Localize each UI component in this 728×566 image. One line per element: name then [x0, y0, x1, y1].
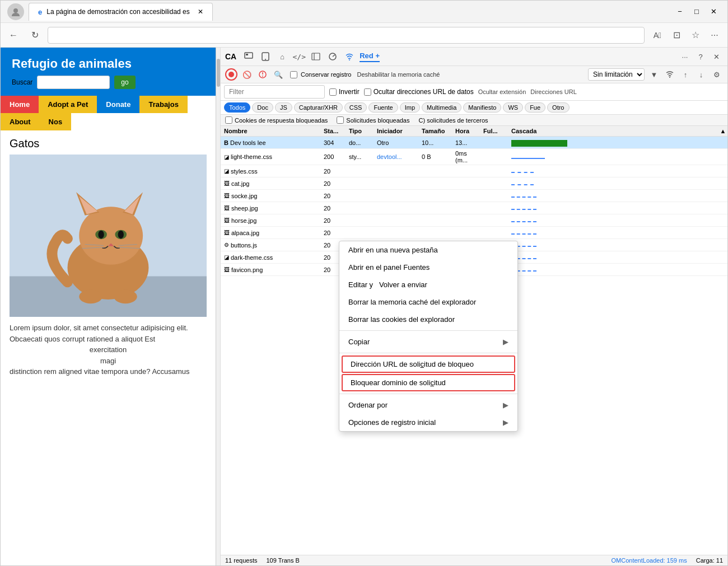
active-tab[interactable]: e La página de demostración con accesibi… [29, 3, 213, 21]
record-button[interactable] [225, 68, 237, 81]
clear-button[interactable]: 🚫 [241, 68, 253, 81]
ctx-open-new-tab[interactable]: Abrir en una nueva pestaña [339, 241, 517, 259]
ctx-block-domain-inner: Bloquear dominio de solicitud [343, 375, 514, 390]
row-name: socke.jpg [231, 193, 257, 199]
invert-checkbox[interactable] [329, 88, 337, 96]
tab-fue[interactable]: Fue [525, 102, 545, 113]
wifi-icon[interactable] [343, 50, 356, 63]
tab-multimedia[interactable]: Multimedia [422, 102, 461, 113]
device-icon[interactable] [259, 50, 272, 63]
inspect-icon[interactable] [242, 50, 255, 63]
upload-icon[interactable]: ↑ [679, 68, 692, 81]
devtools-toolbar: CA ⌂ </> Red + [221, 48, 727, 66]
tab-close-icon[interactable]: ✕ [198, 8, 203, 16]
performance-icon[interactable] [326, 50, 339, 63]
page-title: Refugio de animales [12, 57, 204, 71]
search-button[interactable]: 🔍 [272, 68, 284, 81]
help-button[interactable]: ? [694, 50, 707, 63]
tab-capturar[interactable]: Capturar/XHR [294, 102, 343, 113]
col-header-status[interactable]: Sta... [321, 128, 347, 134]
tab-doc[interactable]: Doc [252, 102, 273, 113]
sort-icon[interactable]: ▲ [718, 128, 727, 134]
solicitudes-checkbox[interactable] [337, 116, 344, 124]
col-header-size[interactable]: Tamaño [419, 128, 453, 134]
hide-url-checkbox[interactable] [364, 88, 371, 96]
ctx-log-options[interactable]: Opciones de registro inicial ▶ [339, 414, 517, 431]
throttle-arrow[interactable]: ▼ [648, 68, 660, 81]
row-type: do... [347, 139, 375, 146]
col-header-nombre[interactable]: Nombre [221, 128, 321, 134]
table-row[interactable]: 🖼sheep.jpg 20 [221, 202, 727, 214]
elements-icon[interactable]: ⌂ [276, 50, 289, 63]
ctx-block-url[interactable]: Dirección URL de solicitud de bloqueo [342, 355, 515, 373]
go-button[interactable]: go [114, 76, 135, 89]
filter-input[interactable] [224, 85, 325, 99]
nav-about[interactable]: About [1, 113, 40, 130]
ctx-open-sources[interactable]: Abrir en el panel Fuentes [339, 259, 517, 276]
table-row[interactable]: 🖼horse.jpg 20 [221, 214, 727, 227]
col-header-fulfilled[interactable]: Ful... [481, 128, 509, 134]
table-row[interactable]: ◪styles.css 20 [221, 165, 727, 177]
ctx-copy[interactable]: Copiar ▶ [339, 333, 517, 350]
network-tab-label[interactable]: Red + [360, 52, 380, 62]
tab-fuente[interactable]: Fuente [368, 102, 398, 113]
col-header-initiator[interactable]: Iniciador [375, 128, 419, 134]
tab-js[interactable]: JS [275, 102, 292, 113]
nav-jobs[interactable]: Trabajos [139, 96, 187, 113]
settings-icon[interactable]: ⚙ [711, 68, 723, 81]
body-text: Lorem ipsum dolor, sit amet consectetur … [10, 322, 207, 377]
nav-nos[interactable]: Nos [40, 113, 72, 130]
ctx-log-arrow-icon: ▶ [503, 418, 508, 427]
table-row[interactable]: 🖼socke.jpg 20 [221, 190, 727, 202]
ctx-clear-cookies[interactable]: Borrar las cookies del explorador [339, 311, 517, 328]
row-status: 20 [321, 193, 347, 199]
console-icon[interactable]: </> [292, 50, 306, 63]
tab-ws[interactable]: WS [503, 102, 523, 113]
wifi-settings-icon[interactable] [664, 68, 676, 81]
cookies-blocked-checkbox[interactable] [225, 116, 232, 124]
table-row[interactable]: 🖼alpaca.jpg 20 [221, 227, 727, 239]
search-input[interactable] [37, 76, 110, 89]
download-icon[interactable]: ↓ [695, 68, 707, 81]
user-avatar [7, 3, 24, 20]
ctx-open-sources-label: Abrir en el panel Fuentes [348, 263, 430, 272]
more-tools-button[interactable]: ··· [678, 50, 692, 63]
col-header-time[interactable]: Hora [453, 128, 481, 134]
ctx-block-domain[interactable]: Bloquear dominio de solicitud [342, 374, 515, 391]
ctx-clear-cache[interactable]: Borrar la memoria caché del explorador [339, 293, 517, 311]
webpage-scrollbar[interactable] [216, 48, 221, 565]
ctx-sort-by[interactable]: Ordenar por ▶ [339, 396, 517, 414]
more-icon[interactable]: ··· [706, 27, 723, 44]
row-status: 20 [321, 230, 347, 236]
split-screen-icon[interactable]: ⊡ [668, 27, 685, 44]
nav-adopt[interactable]: Adopt a Pet [39, 96, 97, 113]
tab-manifiesto[interactable]: Manifiesto [463, 102, 501, 113]
devtools-close-button[interactable]: ✕ [710, 50, 723, 63]
table-row[interactable]: B Dev tools lee 304 do... Otro 10... 13.… [221, 137, 727, 149]
throttle-select[interactable]: Sin limitación [588, 68, 645, 81]
row-status: 20 [321, 205, 347, 212]
minimize-button[interactable]: − [673, 4, 687, 19]
col-header-cascade[interactable]: Cascada [509, 128, 718, 134]
cache-checkbox[interactable] [290, 71, 297, 78]
back-button[interactable]: ← [5, 27, 22, 44]
nav-donate[interactable]: Donate [97, 96, 139, 113]
refresh-button[interactable]: ↻ [26, 27, 43, 44]
sources-icon[interactable] [309, 50, 323, 63]
table-row[interactable]: 🖼cat.jpg 20 [221, 177, 727, 190]
url-input[interactable]: t https://microsoftedge.github.io/Demos/… [48, 27, 645, 44]
ca-label: CA [225, 52, 236, 61]
tab-otro[interactable]: Otro [547, 102, 569, 113]
close-button[interactable]: ✕ [706, 4, 721, 19]
tab-todos[interactable]: Todos [224, 102, 250, 113]
read-aloud-icon[interactable]: A⃝ [649, 27, 666, 44]
col-header-tipo[interactable]: Tipo [347, 128, 375, 134]
ctx-edit-resend[interactable]: Editar y Volver a enviar [339, 276, 517, 293]
maximize-button[interactable]: □ [689, 4, 704, 19]
nav-home[interactable]: Home [1, 96, 39, 113]
tab-css[interactable]: CSS [344, 102, 367, 113]
filter-toggle[interactable] [256, 68, 269, 81]
table-row[interactable]: ◪ light-theme.css 200 sty... devtool... … [221, 149, 727, 165]
favorites-icon[interactable]: ☆ [687, 27, 704, 44]
tab-imp[interactable]: Imp [400, 102, 420, 113]
